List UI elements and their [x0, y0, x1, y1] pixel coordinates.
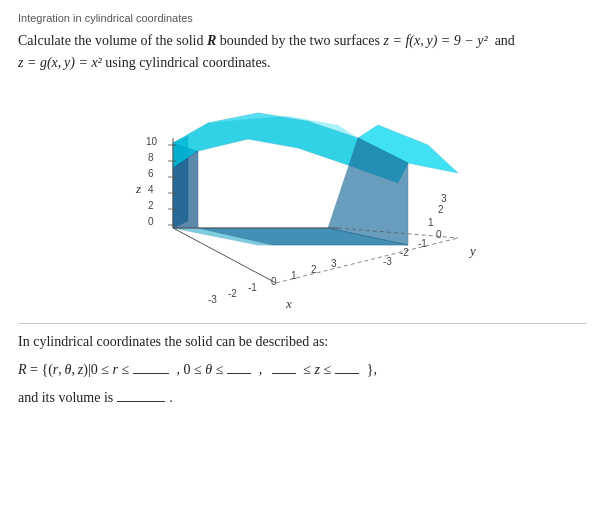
svg-text:2: 2 [438, 204, 444, 215]
svg-text:z: z [135, 181, 141, 196]
z-upper-blank[interactable] [335, 358, 359, 374]
svg-text:-1: -1 [248, 282, 257, 293]
graph-container: z x y 10 8 6 4 2 0 -3 -2 -1 0 1 2 3 -3 -… [18, 83, 587, 313]
svg-text:0: 0 [436, 229, 442, 240]
volume-period: . [169, 390, 173, 406]
page-label: Integration in cylindrical coordinates [18, 12, 587, 24]
R-set-line: R = {(r, θ, z)|0 ≤ r ≤ , 0 ≤ θ ≤ , ≤ z ≤… [18, 358, 587, 378]
z-lower-blank[interactable] [272, 358, 296, 374]
svg-text:x: x [285, 296, 292, 311]
R-symbol: R [207, 33, 216, 48]
svg-text:3: 3 [441, 193, 447, 204]
closing-brace: }, [363, 362, 377, 378]
z-leq-text: ≤ z ≤ [300, 362, 331, 378]
r-upper-blank[interactable] [133, 358, 169, 374]
svg-text:1: 1 [428, 217, 434, 228]
svg-text:-3: -3 [383, 256, 392, 267]
divider [18, 323, 587, 324]
svg-text:8: 8 [148, 152, 154, 163]
R-set-prefix: R = {(r, θ, z)|0 ≤ r ≤ [18, 362, 129, 378]
comma-sep: , [255, 362, 262, 378]
svg-text:10: 10 [146, 136, 158, 147]
svg-text:0: 0 [148, 216, 154, 227]
svg-text:-3: -3 [208, 294, 217, 305]
and-text: and [495, 33, 515, 48]
svg-text:2: 2 [148, 200, 154, 211]
volume-blank[interactable] [117, 386, 165, 402]
svg-text:3: 3 [331, 258, 337, 269]
svg-text:y: y [468, 243, 476, 258]
3d-graph: z x y 10 8 6 4 2 0 -3 -2 -1 0 1 2 3 -3 -… [118, 83, 488, 313]
svg-text:6: 6 [148, 168, 154, 179]
volume-text: and its volume is [18, 390, 113, 406]
svg-text:-2: -2 [400, 247, 409, 258]
problem-text: Calculate the volume of the solid R boun… [18, 30, 587, 73]
theta-lower-text: , 0 ≤ θ ≤ [173, 362, 223, 378]
theta-upper-blank[interactable] [227, 358, 251, 374]
g-expression: z = g(x, y) = x² [18, 55, 102, 70]
f-expression: z = f(x, y) = 9 − y² [383, 33, 487, 48]
description-text: In cylindrical coordinates the solid can… [18, 334, 587, 350]
svg-text:-2: -2 [228, 288, 237, 299]
svg-text:4: 4 [148, 184, 154, 195]
svg-text:2: 2 [311, 264, 317, 275]
z-spacer [264, 362, 268, 378]
volume-line: and its volume is . [18, 386, 587, 406]
